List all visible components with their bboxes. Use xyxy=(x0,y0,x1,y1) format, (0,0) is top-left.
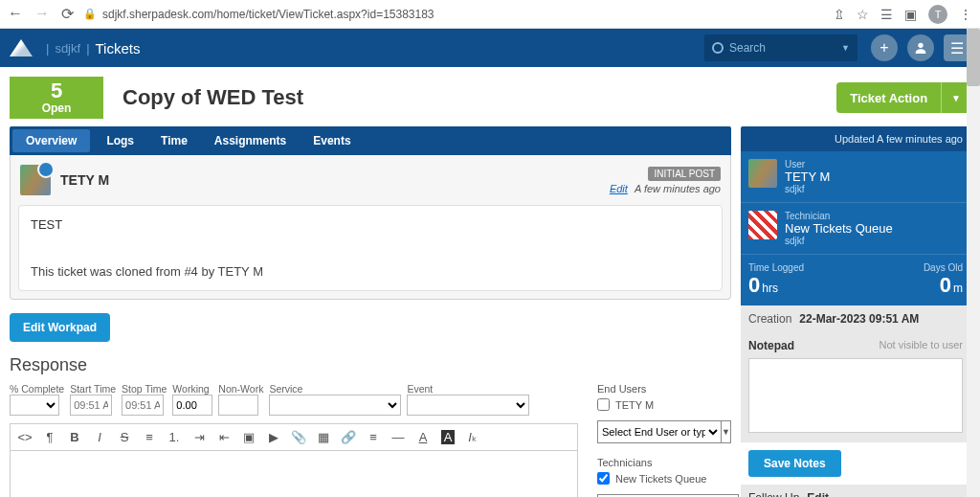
pct-complete-select[interactable] xyxy=(10,395,59,416)
sidebar-user-block: User TETY M sdjkf xyxy=(741,151,970,203)
tab-logs[interactable]: Logs xyxy=(93,126,147,155)
endusers-label: End Users xyxy=(597,383,731,395)
edit-workpad-button[interactable]: Edit Workpad xyxy=(10,313,110,342)
save-notes-button[interactable]: Save Notes xyxy=(748,450,841,477)
response-heading: Response xyxy=(10,355,731,375)
updated-bar: Updated A few minutes ago xyxy=(741,126,970,151)
post-body: TEST This ticket was cloned from #4 by T… xyxy=(18,205,723,291)
followup-row: Follow Up Edit xyxy=(741,485,970,497)
tab-assignments[interactable]: Assignments xyxy=(201,126,300,155)
list-ol-icon[interactable]: 1. xyxy=(167,430,181,444)
initial-post-tag: INITIAL POST xyxy=(648,167,721,181)
code-icon[interactable]: <> xyxy=(18,430,32,444)
scrollbar[interactable] xyxy=(967,29,980,497)
logo-icon[interactable] xyxy=(10,39,33,56)
enduser-select[interactable]: Select End User or typ xyxy=(597,420,722,443)
reader-icon[interactable]: ☰ xyxy=(880,7,893,22)
creation-row: Creation 22-Mar-2023 09:51 AM xyxy=(741,305,970,332)
editor-toolbar: <> ¶ B I S ≡ 1. ⇥ ⇤ ▣ ▶ 📎 ▦ xyxy=(10,423,578,450)
followup-edit-link[interactable]: Edit xyxy=(807,491,829,497)
followup-label: Follow Up xyxy=(748,491,799,497)
star-icon[interactable]: ☆ xyxy=(857,7,869,22)
search-icon xyxy=(712,42,724,54)
url-bar[interactable]: 🔒 sdjkf.sherpadesk.com/home/ticket/ViewT… xyxy=(83,8,824,21)
stop-time-input[interactable] xyxy=(122,395,164,416)
app-topbar: | sdjkf | Tickets Search ▼ + ☰ xyxy=(0,29,980,67)
response-editor[interactable] xyxy=(10,450,578,497)
profile-avatar[interactable]: T xyxy=(928,5,947,24)
search-input[interactable]: Search ▼ xyxy=(704,34,858,61)
time-logged-value: 0 xyxy=(748,273,760,297)
service-select[interactable] xyxy=(269,395,401,416)
tech-name: New Tickets Queue xyxy=(785,221,893,236)
tab-overview[interactable]: Overview xyxy=(12,129,90,152)
ticket-action-label: Ticket Action xyxy=(836,91,941,105)
user-role-label: User xyxy=(785,159,830,169)
user-org: sdjkf xyxy=(785,184,830,194)
post-text: TEST xyxy=(31,217,710,232)
tab-events[interactable]: Events xyxy=(300,126,364,155)
strike-icon[interactable]: S xyxy=(118,430,131,444)
user-avatar xyxy=(748,159,777,188)
bold-icon[interactable]: B xyxy=(68,430,81,444)
technician-checkbox[interactable] xyxy=(597,472,610,485)
user-icon[interactable] xyxy=(907,34,934,61)
video-icon[interactable]: ▶ xyxy=(267,430,280,444)
tech-role-label: Technician xyxy=(785,211,893,221)
notepad-block: Notepad Not visible to user xyxy=(741,332,970,442)
text-color-icon[interactable]: A xyxy=(416,430,430,444)
clear-format-icon[interactable]: Iₖ xyxy=(466,430,479,444)
list-ul-icon[interactable]: ≡ xyxy=(143,430,156,444)
attach-icon[interactable]: 📎 xyxy=(292,430,305,444)
initial-post: TETY M INITIAL POST Edit A few minutes a… xyxy=(10,155,731,300)
table-icon[interactable]: ▦ xyxy=(317,430,330,444)
forward-button[interactable]: → xyxy=(34,5,50,23)
nonwork-input[interactable] xyxy=(218,395,258,416)
chevron-down-icon[interactable]: ▼ xyxy=(722,420,731,443)
days-old-value: 0 xyxy=(940,273,951,297)
panel-icon[interactable]: ▣ xyxy=(904,7,917,22)
creation-label: Creation xyxy=(748,312,791,326)
tab-time[interactable]: Time xyxy=(147,126,201,155)
svg-point-0 xyxy=(918,43,923,48)
edit-post-link[interactable]: Edit xyxy=(610,183,628,194)
clone-note: This ticket was cloned from #4 by TETY M xyxy=(31,264,710,279)
reload-button[interactable]: ⟳ xyxy=(61,5,74,23)
enduser-checkbox[interactable] xyxy=(597,398,610,411)
indent-icon[interactable]: ⇥ xyxy=(192,430,206,444)
ticket-number: 5 xyxy=(51,80,62,102)
working-input[interactable] xyxy=(172,395,212,416)
section-link[interactable]: Tickets xyxy=(96,40,141,56)
paragraph-icon[interactable]: ¶ xyxy=(43,430,56,444)
back-button[interactable]: ← xyxy=(8,5,23,23)
link-icon[interactable]: 🔗 xyxy=(342,430,355,444)
italic-icon[interactable]: I xyxy=(93,430,106,444)
event-select[interactable] xyxy=(407,395,529,416)
ticket-title: Copy of WED Test xyxy=(122,85,303,110)
sidebar-stats: Time Logged 0hrs Days Old 0m xyxy=(741,255,970,305)
post-user: TETY M xyxy=(60,172,109,188)
align-icon[interactable]: ≡ xyxy=(367,430,380,444)
ticket-status: Open xyxy=(42,102,72,115)
notepad-textarea[interactable] xyxy=(748,358,963,433)
start-time-input[interactable] xyxy=(70,395,112,416)
kebab-icon[interactable]: ⋮ xyxy=(959,7,972,22)
tech-org: sdjkf xyxy=(785,236,893,246)
enduser-name: TETY M xyxy=(615,399,654,411)
nonwork-label: Non-Work xyxy=(218,383,263,395)
outdent-icon[interactable]: ⇤ xyxy=(217,430,231,444)
lock-icon: 🔒 xyxy=(83,8,97,20)
org-link[interactable]: sdjkf xyxy=(55,41,80,56)
add-button[interactable]: + xyxy=(871,34,898,61)
hr-icon[interactable]: ― xyxy=(391,430,405,444)
search-placeholder: Search xyxy=(729,41,766,55)
ticket-action-button[interactable]: Ticket Action ▼ xyxy=(836,82,970,113)
tabs-bar: Overview Logs Time Assignments Events xyxy=(10,126,731,155)
share-icon[interactable]: ⇫ xyxy=(834,7,845,22)
technician-name: New Tickets Queue xyxy=(615,473,706,485)
bg-color-icon[interactable]: A xyxy=(441,430,455,444)
service-label: Service xyxy=(269,383,401,395)
notepad-hint: Not visible to user xyxy=(880,339,963,352)
start-label: Start Time xyxy=(70,383,116,395)
image-icon[interactable]: ▣ xyxy=(242,430,256,444)
